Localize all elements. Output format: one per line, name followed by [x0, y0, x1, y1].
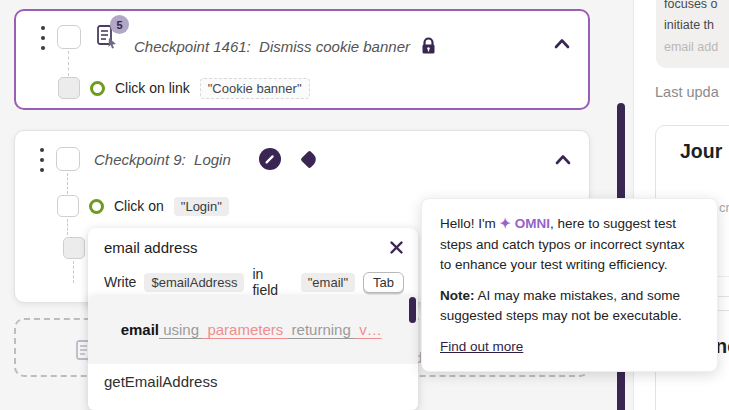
step-connector-line [68, 51, 69, 76]
step-label: Click on [114, 198, 164, 214]
tag-icon[interactable] [303, 153, 316, 166]
autocomplete-item-getemailaddress[interactable]: getEmailAddress [88, 364, 418, 399]
dropdown-scrollbar-thumb[interactable] [409, 297, 416, 323]
step-status-icon [89, 199, 104, 214]
step-row-click-login: Click on "Login" [57, 195, 229, 217]
suggestion-middle: in field [252, 266, 292, 298]
close-icon[interactable] [389, 240, 404, 255]
chevron-up-icon[interactable] [553, 152, 573, 172]
autocomplete-dropdown: email using parameters returning v… getE… [88, 295, 418, 410]
step-target-chip[interactable]: "Cookie banner" [200, 78, 310, 99]
summary-line: initiate th [664, 15, 729, 36]
suggestion-prefix: Write [104, 274, 136, 290]
kebab-menu-icon[interactable] [37, 148, 47, 172]
omni-note: Note: AI may make mistakes, and some sug… [440, 286, 699, 327]
find-out-more-link[interactable]: Find out more [440, 339, 523, 354]
suggested-step-row[interactable]: Write $emailAddress in field "email" Tab [104, 266, 404, 298]
partial-text-fragment: cr [719, 200, 729, 215]
kebab-menu-icon[interactable] [38, 26, 48, 50]
checkpoint-type-icon: 5 [95, 23, 119, 49]
step-target-chip[interactable]: "Login" [174, 197, 229, 216]
suggestion-field-chip: "email" [301, 273, 355, 292]
step-label: Click on link [115, 80, 190, 96]
checkpoint-title: Checkpoint 1461: Dismiss cookie banner [134, 38, 410, 55]
step-checkbox[interactable] [57, 195, 79, 217]
step-connector-line [67, 219, 68, 235]
step-row-click-cookie-banner: Click on link "Cookie banner" [58, 77, 310, 99]
summary-box: focuses o initiate th email add [656, 0, 729, 68]
step-search-input[interactable]: email address [104, 239, 389, 256]
last-updated-text: Last upda [655, 84, 719, 100]
tab-key-button[interactable]: Tab [363, 272, 404, 293]
summary-line: email add [664, 37, 729, 58]
checkpoint-checkbox[interactable] [57, 25, 81, 49]
step-status-icon [90, 81, 105, 96]
suggestion-param-chip: $emailAddress [144, 273, 244, 292]
checkpoint-checkbox[interactable] [56, 147, 80, 171]
lock-icon [420, 37, 437, 55]
journeys-card-title: Jour [680, 140, 722, 163]
checkpoint-card-1461: 5 Checkpoint 1461: Dismiss cookie banner… [14, 9, 590, 110]
step-connector-line [67, 173, 68, 194]
omni-greeting: Hello! I'm ✦ OMNI, here to suggest test … [440, 214, 699, 276]
autocomplete-item-run-bridge[interactable]: "run bridge" [88, 399, 418, 410]
autocomplete-item-email[interactable]: email using parameters returning v… [88, 295, 418, 364]
omni-agent-name: ✦ OMNI [500, 216, 550, 231]
checkpoint-title: Checkpoint 9: Login [94, 151, 231, 168]
editing-step-checkbox[interactable] [63, 237, 85, 259]
step-checkbox[interactable] [58, 77, 80, 99]
step-connector-line [73, 261, 74, 283]
summary-line: focuses o [664, 0, 729, 15]
chevron-up-icon[interactable] [552, 36, 572, 56]
edit-icon[interactable] [259, 148, 281, 170]
step-count-badge: 5 [110, 15, 129, 34]
omni-assistant-tooltip: Hello! I'm ✦ OMNI, here to suggest test … [421, 198, 718, 372]
